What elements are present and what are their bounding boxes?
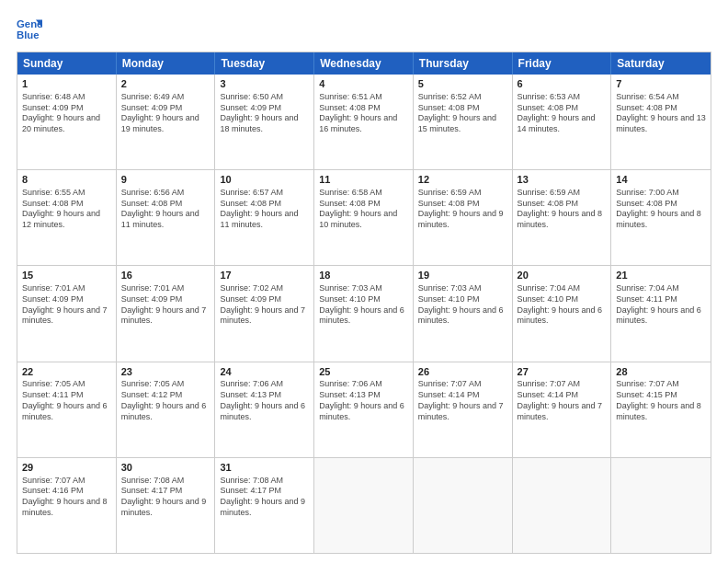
- header-day-friday: Friday: [513, 52, 612, 75]
- day-number: 30: [121, 461, 210, 475]
- day-info: Sunrise: 6:59 AMSunset: 4:08 PMDaylight:…: [418, 188, 507, 231]
- svg-text:Blue: Blue: [17, 29, 40, 40]
- day-info: Sunrise: 6:52 AMSunset: 4:08 PMDaylight:…: [418, 92, 507, 135]
- day-number: 22: [22, 365, 111, 379]
- day-number: 28: [616, 365, 706, 379]
- day-info: Sunrise: 7:05 AMSunset: 4:12 PMDaylight:…: [121, 379, 210, 422]
- day-info: Sunrise: 7:03 AMSunset: 4:10 PMDaylight:…: [418, 283, 507, 327]
- day-cell-5: 5Sunrise: 6:52 AMSunset: 4:08 PMDaylight…: [414, 75, 513, 169]
- day-cell-1: 1Sunrise: 6:48 AMSunset: 4:09 PMDaylight…: [17, 75, 117, 169]
- day-number: 14: [616, 173, 706, 187]
- calendar-header: SundayMondayTuesdayWednesdayThursdayFrid…: [17, 52, 711, 75]
- day-number: 9: [121, 173, 210, 187]
- day-cell-2: 2Sunrise: 6:49 AMSunset: 4:09 PMDaylight…: [117, 75, 216, 169]
- calendar: SundayMondayTuesdayWednesdayThursdayFrid…: [17, 52, 711, 554]
- day-number: 17: [220, 269, 309, 282]
- day-number: 21: [616, 269, 706, 282]
- day-number: 31: [220, 461, 309, 475]
- calendar-page: General Blue SundayMondayTuesdayWednesda…: [0, 0, 728, 563]
- calendar-body: 1Sunrise: 6:48 AMSunset: 4:09 PMDaylight…: [17, 75, 711, 553]
- day-number: 8: [22, 173, 111, 187]
- day-info: Sunrise: 7:04 AMSunset: 4:11 PMDaylight:…: [616, 283, 706, 327]
- day-cell-25: 25Sunrise: 7:06 AMSunset: 4:13 PMDayligh…: [314, 362, 414, 457]
- day-info: Sunrise: 7:08 AMSunset: 4:17 PMDaylight:…: [121, 476, 210, 519]
- day-cell-13: 13Sunrise: 6:59 AMSunset: 4:08 PMDayligh…: [513, 170, 612, 265]
- day-info: Sunrise: 6:59 AMSunset: 4:08 PMDaylight:…: [518, 188, 607, 231]
- day-info: Sunrise: 7:03 AMSunset: 4:10 PMDaylight:…: [319, 283, 408, 327]
- day-cell-12: 12Sunrise: 6:59 AMSunset: 4:08 PMDayligh…: [414, 170, 513, 265]
- day-cell-11: 11Sunrise: 6:58 AMSunset: 4:08 PMDayligh…: [314, 170, 414, 265]
- day-number: 23: [121, 365, 210, 379]
- day-number: 11: [319, 173, 408, 187]
- day-number: 1: [22, 77, 111, 91]
- logo-icon: General Blue: [17, 17, 42, 42]
- day-number: 3: [220, 77, 309, 91]
- empty-cell: [611, 458, 711, 553]
- day-number: 13: [518, 173, 607, 187]
- day-number: 6: [518, 77, 607, 91]
- day-info: Sunrise: 7:07 AMSunset: 4:16 PMDaylight:…: [22, 476, 111, 519]
- day-info: Sunrise: 6:58 AMSunset: 4:08 PMDaylight:…: [319, 188, 408, 231]
- page-header: General Blue: [17, 17, 711, 42]
- header-day-tuesday: Tuesday: [215, 52, 314, 75]
- calendar-week-1: 1Sunrise: 6:48 AMSunset: 4:09 PMDaylight…: [17, 75, 711, 169]
- header-day-saturday: Saturday: [611, 52, 711, 75]
- day-number: 19: [418, 269, 507, 282]
- day-number: 27: [518, 365, 607, 379]
- header-day-thursday: Thursday: [414, 52, 513, 75]
- day-cell-19: 19Sunrise: 7:03 AMSunset: 4:10 PMDayligh…: [414, 266, 513, 361]
- day-cell-26: 26Sunrise: 7:07 AMSunset: 4:14 PMDayligh…: [414, 362, 513, 457]
- day-info: Sunrise: 7:01 AMSunset: 4:09 PMDaylight:…: [22, 283, 111, 327]
- day-cell-24: 24Sunrise: 7:06 AMSunset: 4:13 PMDayligh…: [215, 362, 314, 457]
- header-day-monday: Monday: [117, 52, 216, 75]
- day-cell-17: 17Sunrise: 7:02 AMSunset: 4:09 PMDayligh…: [215, 266, 314, 361]
- day-cell-9: 9Sunrise: 6:56 AMSunset: 4:08 PMDaylight…: [117, 170, 216, 265]
- day-cell-21: 21Sunrise: 7:04 AMSunset: 4:11 PMDayligh…: [611, 266, 711, 361]
- day-number: 25: [319, 365, 408, 379]
- day-cell-14: 14Sunrise: 7:00 AMSunset: 4:08 PMDayligh…: [611, 170, 711, 265]
- day-info: Sunrise: 7:08 AMSunset: 4:17 PMDaylight:…: [220, 476, 309, 519]
- header-day-sunday: Sunday: [17, 52, 117, 75]
- day-cell-23: 23Sunrise: 7:05 AMSunset: 4:12 PMDayligh…: [117, 362, 216, 457]
- calendar-week-3: 15Sunrise: 7:01 AMSunset: 4:09 PMDayligh…: [17, 265, 711, 361]
- day-info: Sunrise: 7:07 AMSunset: 4:15 PMDaylight:…: [616, 379, 706, 422]
- day-number: 29: [22, 461, 111, 475]
- day-info: Sunrise: 6:55 AMSunset: 4:08 PMDaylight:…: [22, 188, 111, 231]
- empty-cell: [414, 458, 513, 553]
- day-number: 24: [220, 365, 309, 379]
- day-cell-6: 6Sunrise: 6:53 AMSunset: 4:08 PMDaylight…: [513, 75, 612, 169]
- day-info: Sunrise: 6:53 AMSunset: 4:08 PMDaylight:…: [518, 92, 607, 135]
- day-cell-31: 31Sunrise: 7:08 AMSunset: 4:17 PMDayligh…: [215, 458, 314, 553]
- day-cell-30: 30Sunrise: 7:08 AMSunset: 4:17 PMDayligh…: [117, 458, 216, 553]
- day-number: 2: [121, 77, 210, 91]
- empty-cell: [314, 458, 414, 553]
- calendar-week-5: 29Sunrise: 7:07 AMSunset: 4:16 PMDayligh…: [17, 457, 711, 553]
- empty-cell: [513, 458, 612, 553]
- day-info: Sunrise: 7:06 AMSunset: 4:13 PMDaylight:…: [319, 379, 408, 422]
- day-cell-29: 29Sunrise: 7:07 AMSunset: 4:16 PMDayligh…: [17, 458, 117, 553]
- day-number: 10: [220, 173, 309, 187]
- day-cell-3: 3Sunrise: 6:50 AMSunset: 4:09 PMDaylight…: [215, 75, 314, 169]
- day-info: Sunrise: 6:51 AMSunset: 4:08 PMDaylight:…: [319, 92, 408, 135]
- day-info: Sunrise: 7:06 AMSunset: 4:13 PMDaylight:…: [220, 379, 309, 422]
- day-number: 16: [121, 269, 210, 282]
- day-cell-4: 4Sunrise: 6:51 AMSunset: 4:08 PMDaylight…: [314, 75, 414, 169]
- day-cell-22: 22Sunrise: 7:05 AMSunset: 4:11 PMDayligh…: [17, 362, 117, 457]
- day-cell-20: 20Sunrise: 7:04 AMSunset: 4:10 PMDayligh…: [513, 266, 612, 361]
- day-cell-27: 27Sunrise: 7:07 AMSunset: 4:14 PMDayligh…: [513, 362, 612, 457]
- day-number: 7: [616, 77, 706, 91]
- day-info: Sunrise: 6:48 AMSunset: 4:09 PMDaylight:…: [22, 92, 111, 135]
- day-cell-15: 15Sunrise: 7:01 AMSunset: 4:09 PMDayligh…: [17, 266, 117, 361]
- day-info: Sunrise: 6:57 AMSunset: 4:08 PMDaylight:…: [220, 188, 309, 231]
- day-cell-7: 7Sunrise: 6:54 AMSunset: 4:08 PMDaylight…: [611, 75, 711, 169]
- day-cell-10: 10Sunrise: 6:57 AMSunset: 4:08 PMDayligh…: [215, 170, 314, 265]
- day-number: 26: [418, 365, 507, 379]
- day-cell-18: 18Sunrise: 7:03 AMSunset: 4:10 PMDayligh…: [314, 266, 414, 361]
- day-number: 20: [518, 269, 607, 282]
- logo: General Blue: [17, 17, 42, 42]
- day-number: 15: [22, 269, 111, 282]
- day-number: 12: [418, 173, 507, 187]
- day-info: Sunrise: 7:01 AMSunset: 4:09 PMDaylight:…: [121, 283, 210, 327]
- day-info: Sunrise: 7:00 AMSunset: 4:08 PMDaylight:…: [616, 188, 706, 231]
- day-info: Sunrise: 7:07 AMSunset: 4:14 PMDaylight:…: [518, 379, 607, 422]
